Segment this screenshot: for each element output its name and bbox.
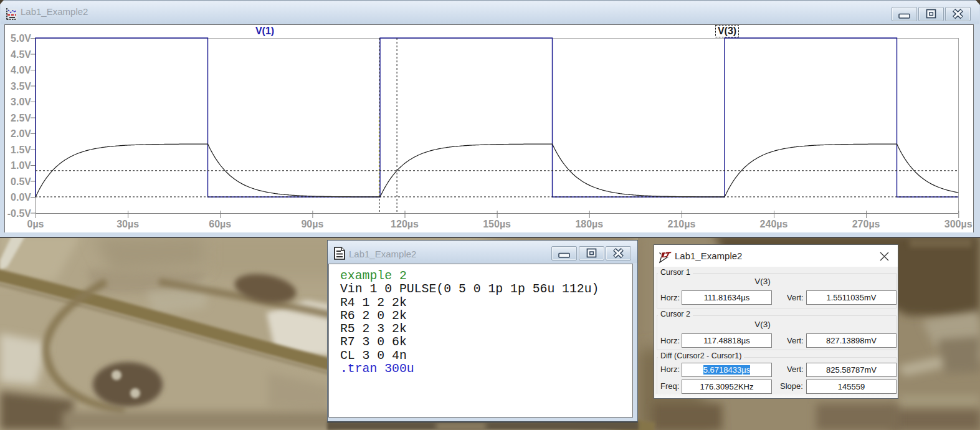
svg-text:V(1): V(1) — [255, 26, 274, 36]
svg-text:90µs: 90µs — [301, 219, 323, 229]
svg-text:300µs: 300µs — [944, 219, 973, 229]
svg-text:2.0V: 2.0V — [11, 128, 31, 139]
svg-text:V(3): V(3) — [718, 26, 736, 36]
svg-text:1.5V: 1.5V — [11, 145, 31, 155]
svg-text:0.0V: 0.0V — [11, 192, 31, 203]
svg-text:4.0V: 4.0V — [11, 65, 31, 75]
svg-text:3.5V: 3.5V — [11, 81, 31, 92]
svg-text:-0.5V: -0.5V — [7, 208, 32, 219]
svg-text:60µs: 60µs — [209, 219, 231, 229]
svg-text:0µs: 0µs — [27, 219, 44, 229]
svg-text:210µs: 210µs — [667, 219, 695, 229]
svg-text:5.0V: 5.0V — [11, 33, 31, 44]
svg-text:2.5V: 2.5V — [11, 113, 31, 123]
svg-text:1.0V: 1.0V — [11, 160, 31, 171]
svg-text:4.5V: 4.5V — [11, 49, 31, 60]
svg-text:180µs: 180µs — [575, 219, 603, 229]
svg-text:270µs: 270µs — [852, 219, 880, 229]
svg-text:120µs: 120µs — [391, 219, 419, 229]
svg-text:30µs: 30µs — [117, 219, 139, 229]
svg-text:0.5V: 0.5V — [11, 176, 31, 187]
svg-text:3.0V: 3.0V — [11, 97, 31, 107]
svg-text:150µs: 150µs — [483, 219, 511, 229]
svg-text:240µs: 240µs — [760, 219, 788, 229]
